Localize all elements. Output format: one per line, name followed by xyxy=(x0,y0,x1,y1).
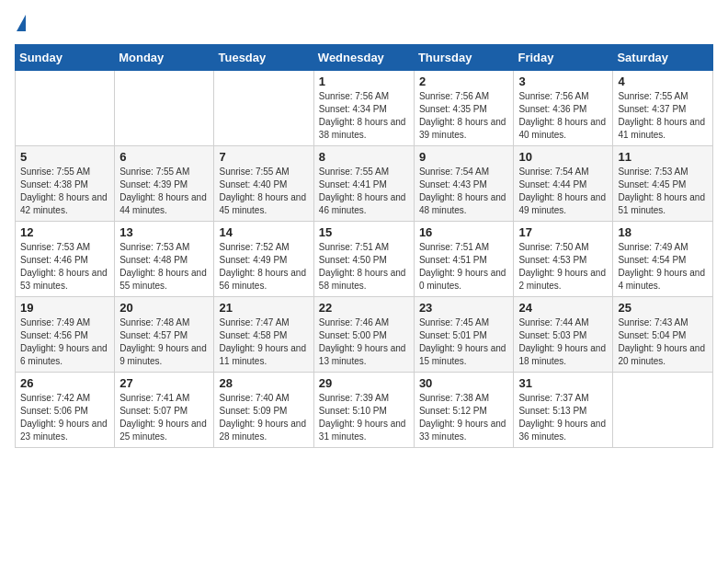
calendar-cell xyxy=(16,71,115,146)
day-info: Sunrise: 7:54 AM Sunset: 4:44 PM Dayligh… xyxy=(518,166,608,217)
calendar-cell: 7Sunrise: 7:55 AM Sunset: 4:40 PM Daylig… xyxy=(214,146,313,222)
calendar-cell xyxy=(613,373,713,448)
day-number: 25 xyxy=(618,301,708,315)
day-number: 4 xyxy=(618,75,708,88)
calendar-table: SundayMondayTuesdayWednesdayThursdayFrid… xyxy=(15,44,713,448)
day-number: 2 xyxy=(419,75,509,88)
day-number: 12 xyxy=(20,225,109,239)
day-info: Sunrise: 7:49 AM Sunset: 4:56 PM Dayligh… xyxy=(20,316,109,368)
day-number: 23 xyxy=(419,301,509,315)
day-info: Sunrise: 7:42 AM Sunset: 5:06 PM Dayligh… xyxy=(20,392,109,443)
day-number: 14 xyxy=(219,225,308,239)
calendar-cell: 30Sunrise: 7:38 AM Sunset: 5:12 PM Dayli… xyxy=(414,373,514,448)
day-info: Sunrise: 7:55 AM Sunset: 4:39 PM Dayligh… xyxy=(119,166,209,217)
calendar-cell: 15Sunrise: 7:51 AM Sunset: 4:50 PM Dayli… xyxy=(313,222,414,297)
calendar-cell xyxy=(115,71,214,146)
day-info: Sunrise: 7:54 AM Sunset: 4:43 PM Dayligh… xyxy=(419,166,509,217)
day-info: Sunrise: 7:55 AM Sunset: 4:40 PM Dayligh… xyxy=(219,166,308,217)
calendar-cell: 31Sunrise: 7:37 AM Sunset: 5:13 PM Dayli… xyxy=(514,373,613,448)
calendar-week-4: 26Sunrise: 7:42 AM Sunset: 5:06 PM Dayli… xyxy=(16,373,713,448)
calendar-cell: 2Sunrise: 7:56 AM Sunset: 4:35 PM Daylig… xyxy=(414,71,514,146)
day-info: Sunrise: 7:53 AM Sunset: 4:48 PM Dayligh… xyxy=(119,241,209,293)
day-info: Sunrise: 7:49 AM Sunset: 4:54 PM Dayligh… xyxy=(618,241,708,293)
header-sunday: Sunday xyxy=(16,45,115,71)
calendar-cell: 29Sunrise: 7:39 AM Sunset: 5:10 PM Dayli… xyxy=(313,373,414,448)
calendar-cell: 22Sunrise: 7:46 AM Sunset: 5:00 PM Dayli… xyxy=(313,297,414,373)
day-number: 18 xyxy=(618,225,708,239)
calendar-week-0: 1Sunrise: 7:56 AM Sunset: 4:34 PM Daylig… xyxy=(16,71,713,146)
calendar-week-3: 19Sunrise: 7:49 AM Sunset: 4:56 PM Dayli… xyxy=(16,297,713,373)
calendar-cell: 20Sunrise: 7:48 AM Sunset: 4:57 PM Dayli… xyxy=(115,297,214,373)
calendar-header: SundayMondayTuesdayWednesdayThursdayFrid… xyxy=(16,45,713,71)
day-number: 15 xyxy=(319,225,409,239)
day-number: 7 xyxy=(219,150,308,164)
day-info: Sunrise: 7:38 AM Sunset: 5:12 PM Dayligh… xyxy=(419,392,509,443)
calendar-cell: 27Sunrise: 7:41 AM Sunset: 5:07 PM Dayli… xyxy=(115,373,214,448)
header-saturday: Saturday xyxy=(613,45,713,71)
header-monday: Monday xyxy=(115,45,214,71)
calendar-cell: 17Sunrise: 7:50 AM Sunset: 4:53 PM Dayli… xyxy=(514,222,613,297)
day-info: Sunrise: 7:48 AM Sunset: 4:57 PM Dayligh… xyxy=(119,316,209,368)
calendar-cell: 3Sunrise: 7:56 AM Sunset: 4:36 PM Daylig… xyxy=(514,71,613,146)
calendar-cell xyxy=(214,71,313,146)
day-info: Sunrise: 7:45 AM Sunset: 5:01 PM Dayligh… xyxy=(419,316,509,368)
calendar-cell: 13Sunrise: 7:53 AM Sunset: 4:48 PM Dayli… xyxy=(115,222,214,297)
calendar-cell: 12Sunrise: 7:53 AM Sunset: 4:46 PM Dayli… xyxy=(16,222,115,297)
day-number: 30 xyxy=(419,376,509,390)
day-number: 28 xyxy=(219,376,308,390)
logo-triangle-icon xyxy=(17,15,26,31)
day-number: 11 xyxy=(618,150,708,164)
calendar-cell: 6Sunrise: 7:55 AM Sunset: 4:39 PM Daylig… xyxy=(115,146,214,222)
day-info: Sunrise: 7:53 AM Sunset: 4:46 PM Dayligh… xyxy=(20,241,109,293)
day-number: 31 xyxy=(518,376,608,390)
day-info: Sunrise: 7:55 AM Sunset: 4:38 PM Dayligh… xyxy=(20,166,109,217)
day-number: 27 xyxy=(119,376,209,390)
day-info: Sunrise: 7:56 AM Sunset: 4:36 PM Dayligh… xyxy=(518,90,608,142)
day-info: Sunrise: 7:37 AM Sunset: 5:13 PM Dayligh… xyxy=(518,392,608,443)
calendar-cell: 16Sunrise: 7:51 AM Sunset: 4:51 PM Dayli… xyxy=(414,222,514,297)
calendar-cell: 23Sunrise: 7:45 AM Sunset: 5:01 PM Dayli… xyxy=(414,297,514,373)
day-info: Sunrise: 7:53 AM Sunset: 4:45 PM Dayligh… xyxy=(618,166,708,217)
header-wednesday: Wednesday xyxy=(313,45,414,71)
calendar-cell: 25Sunrise: 7:43 AM Sunset: 5:04 PM Dayli… xyxy=(613,297,713,373)
header-thursday: Thursday xyxy=(414,45,514,71)
day-info: Sunrise: 7:43 AM Sunset: 5:04 PM Dayligh… xyxy=(618,316,708,368)
day-info: Sunrise: 7:50 AM Sunset: 4:53 PM Dayligh… xyxy=(518,241,608,293)
calendar-cell: 28Sunrise: 7:40 AM Sunset: 5:09 PM Dayli… xyxy=(214,373,313,448)
page-header xyxy=(15,15,713,33)
calendar-cell: 4Sunrise: 7:55 AM Sunset: 4:37 PM Daylig… xyxy=(613,71,713,146)
day-info: Sunrise: 7:55 AM Sunset: 4:41 PM Dayligh… xyxy=(319,166,409,217)
day-info: Sunrise: 7:52 AM Sunset: 4:49 PM Dayligh… xyxy=(219,241,308,293)
day-info: Sunrise: 7:56 AM Sunset: 4:35 PM Dayligh… xyxy=(419,90,509,142)
day-number: 24 xyxy=(518,301,608,315)
day-number: 6 xyxy=(119,150,209,164)
day-number: 16 xyxy=(419,225,509,239)
day-number: 9 xyxy=(419,150,509,164)
calendar-cell: 18Sunrise: 7:49 AM Sunset: 4:54 PM Dayli… xyxy=(613,222,713,297)
day-number: 17 xyxy=(518,225,608,239)
header-friday: Friday xyxy=(514,45,613,71)
calendar-cell: 8Sunrise: 7:55 AM Sunset: 4:41 PM Daylig… xyxy=(313,146,414,222)
day-number: 20 xyxy=(119,301,209,315)
day-info: Sunrise: 7:39 AM Sunset: 5:10 PM Dayligh… xyxy=(319,392,409,443)
day-number: 22 xyxy=(319,301,409,315)
calendar-week-1: 5Sunrise: 7:55 AM Sunset: 4:38 PM Daylig… xyxy=(16,146,713,222)
calendar-cell: 19Sunrise: 7:49 AM Sunset: 4:56 PM Dayli… xyxy=(16,297,115,373)
day-info: Sunrise: 7:47 AM Sunset: 4:58 PM Dayligh… xyxy=(219,316,308,368)
calendar-cell: 24Sunrise: 7:44 AM Sunset: 5:03 PM Dayli… xyxy=(514,297,613,373)
day-info: Sunrise: 7:55 AM Sunset: 4:37 PM Dayligh… xyxy=(618,90,708,142)
day-info: Sunrise: 7:51 AM Sunset: 4:51 PM Dayligh… xyxy=(419,241,509,293)
day-info: Sunrise: 7:41 AM Sunset: 5:07 PM Dayligh… xyxy=(119,392,209,443)
day-info: Sunrise: 7:56 AM Sunset: 4:34 PM Dayligh… xyxy=(319,90,409,142)
day-number: 21 xyxy=(219,301,308,315)
day-number: 13 xyxy=(119,225,209,239)
calendar-cell: 10Sunrise: 7:54 AM Sunset: 4:44 PM Dayli… xyxy=(514,146,613,222)
day-info: Sunrise: 7:51 AM Sunset: 4:50 PM Dayligh… xyxy=(319,241,409,293)
calendar-cell: 9Sunrise: 7:54 AM Sunset: 4:43 PM Daylig… xyxy=(414,146,514,222)
calendar-cell: 1Sunrise: 7:56 AM Sunset: 4:34 PM Daylig… xyxy=(313,71,414,146)
logo xyxy=(15,15,26,33)
calendar-cell: 26Sunrise: 7:42 AM Sunset: 5:06 PM Dayli… xyxy=(16,373,115,448)
calendar-cell: 5Sunrise: 7:55 AM Sunset: 4:38 PM Daylig… xyxy=(16,146,115,222)
day-number: 26 xyxy=(20,376,109,390)
day-number: 29 xyxy=(319,376,409,390)
